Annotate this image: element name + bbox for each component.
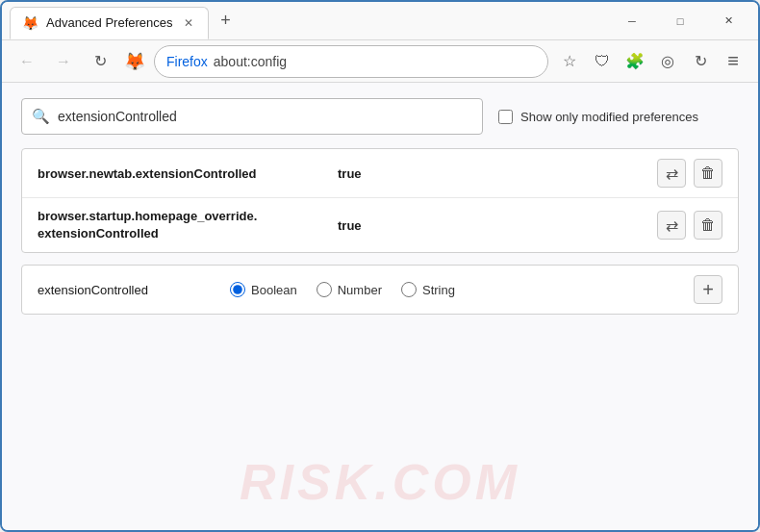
new-pref-row: extensionControlled Boolean Number Strin…: [21, 265, 739, 315]
radio-string[interactable]: [401, 282, 417, 297]
results-table: browser.newtab.extensionControlled true …: [21, 148, 739, 253]
maximize-button[interactable]: □: [658, 6, 702, 37]
main-content: RISK.COM 🔍 Show only modified preference…: [2, 83, 758, 530]
reload-icon: [94, 52, 107, 70]
menu-button[interactable]: ≡: [718, 46, 748, 77]
tab-title: Advanced Preferences: [46, 15, 173, 30]
modified-only-checkbox-label[interactable]: Show only modified preferences: [498, 110, 698, 124]
table-row: browser.startup.homepage_override.extens…: [22, 198, 738, 252]
delete-button-2[interactable]: 🗑: [694, 211, 722, 240]
toggle-button-2[interactable]: ⇄: [657, 211, 686, 240]
forward-button[interactable]: [48, 46, 79, 77]
shield-button[interactable]: 🛡: [587, 46, 618, 77]
new-tab-button[interactable]: +: [213, 8, 240, 35]
pref-name-1: browser.newtab.extensionControlled: [38, 166, 326, 181]
radio-boolean-label[interactable]: Boolean: [230, 282, 297, 297]
firefox-icon: 🦊: [121, 48, 148, 75]
reload-button[interactable]: [85, 46, 115, 77]
radio-boolean-text: Boolean: [251, 283, 297, 297]
tab-close-button[interactable]: ✕: [181, 15, 196, 31]
toggle-button-1[interactable]: ⇄: [657, 159, 686, 188]
browser-name: Firefox: [166, 54, 208, 69]
address-bar[interactable]: Firefox about:config: [154, 45, 548, 78]
delete-button-1[interactable]: 🗑: [694, 159, 722, 188]
address-url: about:config: [214, 54, 287, 69]
new-pref-name: extensionControlled: [38, 283, 211, 297]
bookmark-button[interactable]: ☆: [554, 46, 585, 77]
row-actions-1: ⇄ 🗑: [657, 159, 722, 188]
table-row: browser.newtab.extensionControlled true …: [22, 149, 738, 198]
pref-name-2: browser.startup.homepage_override.extens…: [38, 208, 326, 242]
modified-only-label: Show only modified preferences: [520, 110, 698, 124]
radio-number-text: Number: [338, 283, 382, 297]
radio-string-text: String: [422, 283, 455, 297]
close-button[interactable]: ✕: [706, 6, 750, 37]
back-icon: [19, 53, 35, 70]
radio-boolean[interactable]: [230, 282, 245, 297]
search-input[interactable]: [58, 109, 472, 124]
radio-string-label[interactable]: String: [401, 282, 455, 297]
nav-bar: 🦊 Firefox about:config ☆ 🛡 🧩 ◎ ↻ ≡: [2, 40, 758, 83]
window-controls: ─ □ ✕: [610, 6, 750, 37]
back-button[interactable]: [12, 46, 42, 77]
title-bar: 🦊 Advanced Preferences ✕ + ─ □ ✕: [2, 2, 758, 40]
profile-button[interactable]: ◎: [652, 46, 683, 77]
search-icon: 🔍: [32, 108, 50, 125]
browser-tab[interactable]: 🦊 Advanced Preferences ✕: [10, 7, 209, 39]
type-radio-group: Boolean Number String: [230, 282, 674, 297]
radio-number-label[interactable]: Number: [317, 282, 382, 297]
pref-value-2: true: [338, 218, 646, 233]
add-pref-button[interactable]: +: [694, 275, 722, 304]
search-box[interactable]: 🔍: [21, 98, 483, 135]
watermark: RISK.COM: [240, 453, 520, 511]
radio-number[interactable]: [317, 282, 332, 297]
address-bar-text: Firefox about:config: [166, 54, 287, 69]
pref-value-1: true: [338, 166, 646, 181]
minimize-button[interactable]: ─: [610, 6, 654, 37]
forward-icon: [56, 53, 71, 70]
search-row: 🔍 Show only modified preferences: [21, 98, 739, 135]
firefox-favicon: 🦊: [22, 15, 38, 31]
row-actions-2: ⇄ 🗑: [657, 211, 722, 240]
sync-button[interactable]: ↻: [685, 46, 716, 77]
nav-icons-right: ☆ 🛡 🧩 ◎ ↻ ≡: [554, 46, 748, 77]
modified-only-checkbox[interactable]: [498, 110, 513, 124]
extension-button[interactable]: 🧩: [620, 46, 650, 77]
